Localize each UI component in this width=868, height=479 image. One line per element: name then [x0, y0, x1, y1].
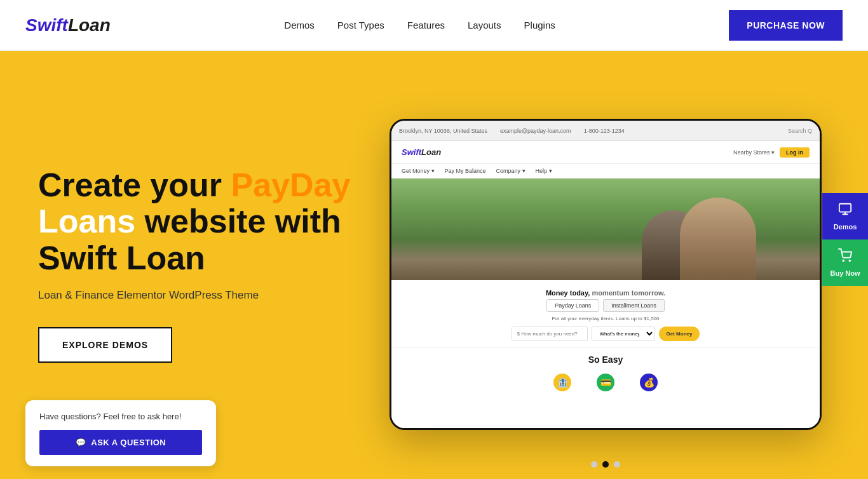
ask-question-button[interactable]: 💬 ASK A QUESTION	[39, 430, 202, 455]
browser-email: example@payday-loan.com	[500, 128, 571, 134]
mockup-amount-input[interactable]	[512, 327, 588, 341]
mockup-icon-circle-3: 💰	[640, 374, 658, 391]
nav-item-layouts[interactable]: Layouts	[468, 20, 501, 30]
buy-now-tab-icon	[838, 248, 852, 266]
nav-item-demos[interactable]: Demos	[284, 20, 315, 30]
carousel-dot-2[interactable]	[602, 461, 609, 468]
logo-swift: Swift	[25, 15, 68, 35]
mockup-subnav: Get Money ▾ Pay My Balance Company ▾ Hel…	[391, 164, 820, 179]
svg-point-3	[843, 260, 844, 261]
logo-loan: Loan	[68, 15, 111, 35]
nav-item-features[interactable]: Features	[407, 20, 445, 30]
side-tabs: Demos Buy Now	[822, 193, 868, 286]
mockup-icons-row: 🏦 💳 💰	[391, 368, 820, 396]
mockup-installment-loans-tab[interactable]: Installment Loans	[603, 299, 665, 312]
carousel-dot-1[interactable]	[591, 461, 597, 468]
hero-subtext: Loan & Finance Elementor WordPress Theme	[38, 289, 381, 302]
explore-demos-button[interactable]: EXPLORE DEMOS	[38, 327, 172, 363]
hero-section: Create your PayDay Loans website with Sw…	[0, 51, 868, 479]
hero-heading-loans: Loans	[38, 203, 135, 240]
side-tab-demos[interactable]: Demos	[822, 193, 868, 240]
ask-question-label: ASK A QUESTION	[91, 438, 166, 447]
demos-tab-icon	[838, 202, 852, 219]
mockup-icon-circle-2: 💳	[597, 374, 614, 391]
mockup-hero-image	[391, 179, 820, 280]
header: SwiftLoan Demos Post Types Features Layo…	[0, 0, 868, 51]
mockup-nav: SwiftLoan Nearby Stores ▾ Log In	[391, 141, 820, 164]
browser-location: Brooklyn, NY 10036, United States	[399, 128, 487, 134]
mockup-purpose-select[interactable]: What's the money for?	[592, 327, 655, 341]
mockup-so-easy-heading: So Easy	[391, 347, 820, 368]
svg-rect-0	[839, 204, 851, 212]
mockup-tagline: Money today, momentum tomorrow.	[402, 287, 810, 299]
mockup-subnav-company[interactable]: Company ▾	[496, 168, 526, 174]
mockup-icon-circle-1: 🏦	[553, 374, 571, 391]
browser-mockup: Brooklyn, NY 10036, United States exampl…	[390, 119, 822, 430]
purchase-now-button[interactable]: PURCHASE NOW	[729, 10, 843, 41]
mockup-login-button[interactable]: Log In	[780, 147, 810, 158]
browser-address-bar: Brooklyn, NY 10036, United States exampl…	[399, 128, 625, 134]
nav-item-post-types[interactable]: Post Types	[337, 20, 384, 30]
mockup-loan-form: What's the money for? Get Money	[402, 327, 810, 341]
person-silhouette-2	[680, 198, 756, 280]
main-nav: Demos Post Types Features Layouts Plugin…	[284, 20, 555, 31]
mockup-icon-item-1: 🏦	[553, 374, 571, 391]
carousel-dots	[591, 461, 620, 468]
mockup-get-money-button[interactable]: Get Money	[659, 327, 700, 341]
mockup-nav-right: Nearby Stores ▾ Log In	[733, 147, 810, 158]
browser-top-bar: Brooklyn, NY 10036, United States exampl…	[391, 121, 820, 141]
chat-bubble: Have questions? Feel free to ask here! 💬…	[25, 400, 216, 466]
mockup-loan-tabs: Payday Loans Installment Loans	[402, 299, 810, 312]
hero-heading-payday: PayDay	[231, 166, 350, 203]
svg-point-4	[849, 260, 850, 261]
hero-left: Create your PayDay Loans website with Sw…	[38, 167, 381, 363]
chat-bubble-text: Have questions? Feel free to ask here!	[39, 412, 202, 421]
mockup-nearby-stores: Nearby Stores ▾	[733, 149, 775, 156]
mockup-inner: SwiftLoan Nearby Stores ▾ Log In Get Mon…	[391, 141, 820, 428]
browser-phone: 1-800-123-1234	[584, 128, 625, 134]
buy-now-tab-label: Buy Now	[830, 269, 860, 277]
mockup-subnav-get-money[interactable]: Get Money ▾	[402, 168, 435, 174]
mockup-subnav-pay-balance[interactable]: Pay My Balance	[445, 168, 486, 174]
browser-search: Search Q	[788, 128, 812, 134]
hero-right: Brooklyn, NY 10036, United States exampl…	[381, 51, 830, 479]
hero-heading-line1: Create your	[38, 166, 231, 203]
mockup-subnav-help[interactable]: Help ▾	[536, 168, 552, 174]
ask-question-icon: 💬	[76, 438, 86, 447]
mockup-icon-item-2: 💳	[597, 374, 614, 391]
hero-heading: Create your PayDay Loans website with Sw…	[38, 167, 381, 276]
logo[interactable]: SwiftLoan	[25, 17, 111, 34]
hero-heading-website: website with	[135, 203, 341, 240]
mockup-logo-loan: Loan	[421, 147, 441, 157]
mockup-logo: SwiftLoan	[402, 147, 441, 157]
side-tab-buy-now[interactable]: Buy Now	[822, 240, 868, 286]
mockup-payday-loans-tab[interactable]: Payday Loans	[546, 299, 599, 312]
mockup-cta-section: Money today, momentum tomorrow. Payday L…	[391, 280, 820, 347]
mockup-icon-item-3: 💰	[640, 374, 658, 391]
nav-item-plugins[interactable]: Plugins	[524, 20, 555, 30]
demos-tab-label: Demos	[834, 223, 857, 231]
mockup-logo-swift: Swift	[402, 147, 421, 157]
mockup-form-desc: For all your everyday items. Loans up to…	[402, 316, 810, 321]
hero-heading-swift-loan: Swift Loan	[38, 240, 205, 276]
carousel-dot-3[interactable]	[614, 461, 620, 468]
